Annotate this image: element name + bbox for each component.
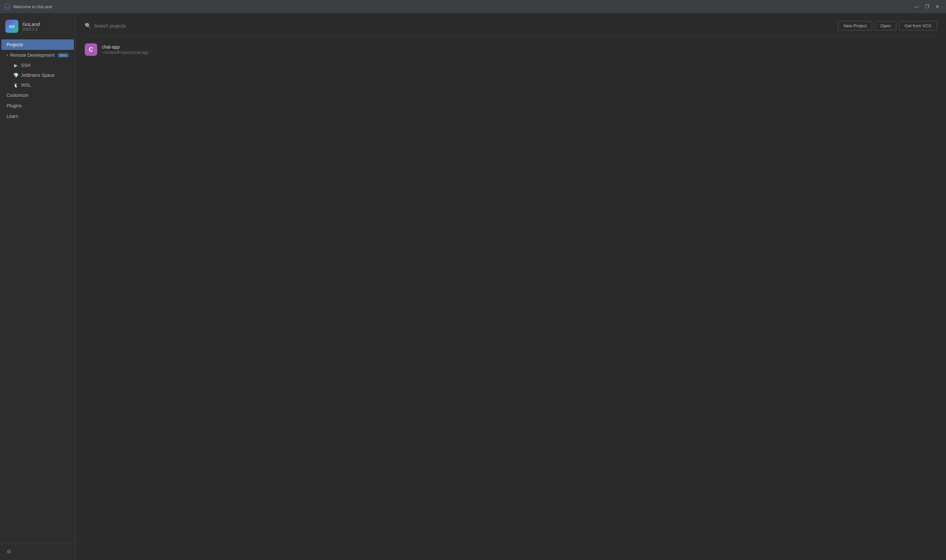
goland-logo: GO <box>5 20 18 33</box>
ssh-icon: ▶ <box>13 63 18 68</box>
project-info: chat-app ~\GolandProjects\chat-app <box>102 44 148 55</box>
settings-button[interactable]: ⚙ <box>5 547 12 556</box>
minimize-button[interactable]: — <box>912 2 921 11</box>
gear-icon: ⚙ <box>6 549 11 555</box>
project-name: chat-app <box>102 44 148 49</box>
projects-label: Projects <box>6 42 23 47</box>
sidebar-item-ssh[interactable]: ▶ SSH <box>1 60 74 70</box>
maximize-button[interactable]: ❐ <box>922 2 932 11</box>
sidebar-footer: ⚙ <box>0 543 75 560</box>
main-layout: GO GoLand 2023.1.2 Projects ▾ Remote Dev… <box>0 13 946 560</box>
sidebar-app-info: GoLand 2023.1.2 <box>22 22 40 32</box>
wsl-icon: 🐧 <box>13 82 18 88</box>
search-input[interactable] <box>94 23 833 29</box>
ssh-label: SSH <box>21 63 31 68</box>
project-path: ~\GolandProjects\chat-app <box>102 50 148 55</box>
customize-label: Customize <box>6 92 28 98</box>
sidebar-item-wsl[interactable]: 🐧 WSL <box>1 80 74 90</box>
svg-text:GO: GO <box>5 6 9 9</box>
learn-label: Learn <box>6 114 18 119</box>
chevron-down-icon: ▾ <box>6 54 8 57</box>
sidebar-item-plugins[interactable]: Plugins <box>1 100 74 111</box>
jetbrains-space-label: JetBrains Space <box>21 72 54 78</box>
search-area: 🔍 New Project Open Get from VCS <box>75 13 946 36</box>
sidebar-item-learn[interactable]: Learn <box>1 111 74 122</box>
open-button[interactable]: Open <box>875 21 897 31</box>
beta-badge: Beta <box>58 53 69 57</box>
window-controls: — ❐ ✕ <box>912 2 942 11</box>
jetbrains-space-icon: 💎 <box>13 72 18 78</box>
svg-text:GO: GO <box>9 25 15 29</box>
title-bar-left: GO Welcome to GoLand <box>4 3 52 10</box>
projects-list: C chat-app ~\GolandProjects\chat-app <box>75 36 946 560</box>
app-version: 2023.1.2 <box>22 27 40 32</box>
sidebar-item-customize[interactable]: Customize <box>1 90 74 100</box>
app-name: GoLand <box>22 22 40 27</box>
content-area: 🔍 New Project Open Get from VCS C chat-a… <box>75 13 946 560</box>
project-item-chat-app[interactable]: C chat-app ~\GolandProjects\chat-app <box>82 40 940 59</box>
sidebar-item-projects[interactable]: Projects <box>1 39 74 50</box>
project-avatar: C <box>85 43 97 56</box>
sidebar-item-jetbrains-space[interactable]: 💎 JetBrains Space <box>1 70 74 80</box>
window-title: Welcome to GoLand <box>13 4 52 9</box>
goland-title-icon: GO <box>4 3 11 10</box>
wsl-label: WSL <box>21 82 31 88</box>
get-from-vcs-button[interactable]: Get from VCS <box>899 21 937 31</box>
sidebar: GO GoLand 2023.1.2 Projects ▾ Remote Dev… <box>0 13 75 560</box>
close-button[interactable]: ✕ <box>933 2 942 11</box>
title-bar: GO Welcome to GoLand — ❐ ✕ <box>0 0 946 13</box>
remote-development-label: Remote Development <box>10 52 54 58</box>
search-icon: 🔍 <box>85 23 91 29</box>
search-bar: 🔍 <box>85 23 833 29</box>
sidebar-header: GO GoLand 2023.1.2 <box>0 13 75 38</box>
plugins-label: Plugins <box>6 103 22 108</box>
action-buttons: New Project Open Get from VCS <box>838 21 937 31</box>
new-project-button[interactable]: New Project <box>838 21 872 31</box>
sidebar-nav: Projects ▾ Remote Development Beta ▶ SSH… <box>0 38 75 543</box>
sidebar-item-remote-development[interactable]: ▾ Remote Development Beta <box>1 50 74 60</box>
